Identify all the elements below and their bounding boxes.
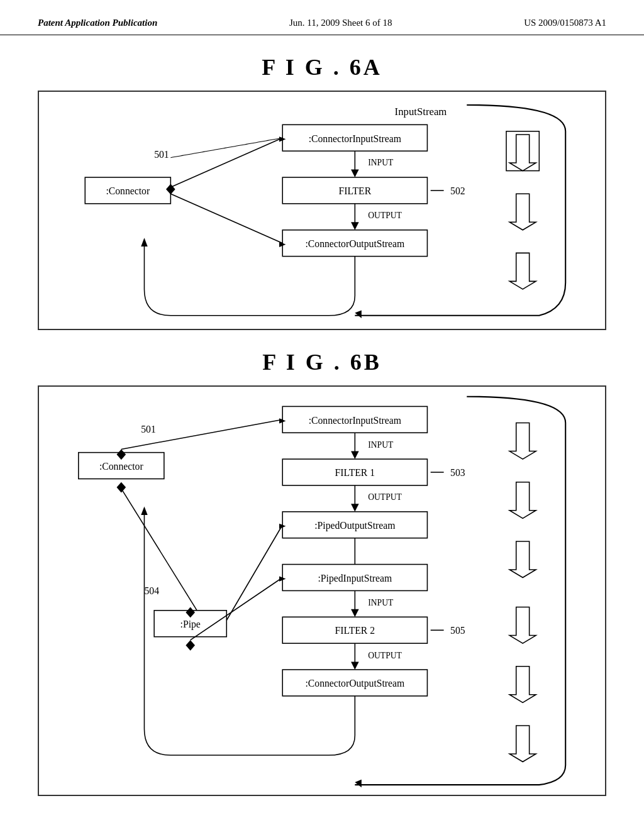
fig6a-title: F I G . 6A xyxy=(38,54,606,80)
svg-text:502: 502 xyxy=(450,185,465,196)
svg-marker-28 xyxy=(355,779,361,787)
svg-text::ConnectorOutputStream: :ConnectorOutputStream xyxy=(305,678,404,689)
svg-text:OUTPUT: OUTPUT xyxy=(368,492,402,502)
svg-text:INPUT: INPUT xyxy=(368,440,394,450)
page-header: Patent Application Publication Jun. 11, … xyxy=(0,0,644,35)
svg-text:FILTER 1: FILTER 1 xyxy=(335,467,375,478)
patent-number: US 2009/0150873 A1 xyxy=(524,18,606,28)
svg-text:INPUT: INPUT xyxy=(368,598,394,607)
fig6a-svg: InputStream :ConnectorInputStream INPUT xyxy=(39,92,605,329)
svg-text::Connector: :Connector xyxy=(106,185,150,196)
svg-text::PipedInputStream: :PipedInputStream xyxy=(318,572,392,584)
svg-text:FILTER 2: FILTER 2 xyxy=(335,625,375,636)
fig6b-diagram: :ConnectorInputStream INPUT FILTER 1 503… xyxy=(38,385,606,796)
svg-text:503: 503 xyxy=(450,467,465,478)
svg-line-23 xyxy=(170,194,282,243)
svg-text:504: 504 xyxy=(144,585,159,595)
svg-marker-27 xyxy=(141,238,147,246)
date-sheet: Jun. 11, 2009 Sheet 6 of 18 xyxy=(289,18,392,28)
svg-marker-54 xyxy=(351,661,359,670)
svg-marker-62 xyxy=(116,449,126,460)
svg-line-74 xyxy=(191,577,283,639)
svg-marker-47 xyxy=(351,609,359,617)
svg-marker-1 xyxy=(355,310,361,318)
fig6b-title: F I G . 6B xyxy=(38,349,606,375)
svg-text:FILTER: FILTER xyxy=(338,185,371,196)
svg-text::ConnectorInputStream: :ConnectorInputStream xyxy=(309,133,401,145)
svg-line-24 xyxy=(170,138,282,157)
svg-marker-14 xyxy=(351,222,359,230)
svg-marker-73 xyxy=(186,640,195,651)
svg-marker-70 xyxy=(186,607,195,617)
svg-text:505: 505 xyxy=(450,625,465,636)
svg-marker-32 xyxy=(351,451,359,459)
fig6b-svg: :ConnectorInputStream INPUT FILTER 1 503… xyxy=(39,387,605,795)
svg-text:OUTPUT: OUTPUT xyxy=(368,211,402,220)
svg-marker-39 xyxy=(351,504,359,512)
svg-text::ConnectorInputStream: :ConnectorInputStream xyxy=(309,414,401,426)
svg-text:501: 501 xyxy=(141,424,156,434)
main-content: F I G . 6A InputStream :ConnectorInputSt… xyxy=(0,35,644,830)
publication-label: Patent Application Publication xyxy=(38,18,157,28)
svg-text:OUTPUT: OUTPUT xyxy=(368,651,402,660)
svg-line-71 xyxy=(226,524,282,620)
svg-marker-58 xyxy=(141,506,147,515)
svg-text::PipedOutputStream: :PipedOutputStream xyxy=(314,520,395,531)
svg-text::ConnectorOutputStream: :ConnectorOutputStream xyxy=(305,238,404,250)
svg-text:INPUT: INPUT xyxy=(368,158,394,167)
svg-marker-65 xyxy=(116,482,126,492)
svg-rect-2 xyxy=(506,131,539,171)
svg-marker-7 xyxy=(351,169,359,177)
svg-line-21 xyxy=(170,138,282,187)
svg-text:InputStream: InputStream xyxy=(395,106,447,118)
svg-text:501: 501 xyxy=(154,149,169,160)
svg-text::Pipe: :Pipe xyxy=(180,619,201,630)
fig6a-diagram: InputStream :ConnectorInputStream INPUT xyxy=(38,91,606,330)
svg-text::Connector: :Connector xyxy=(99,461,143,472)
